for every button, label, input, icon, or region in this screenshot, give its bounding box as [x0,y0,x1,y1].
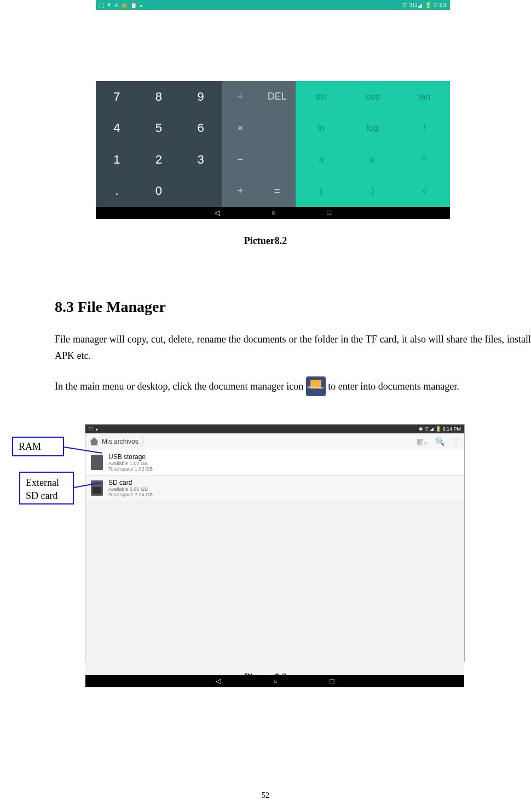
scikey-sin[interactable]: sin [296,81,347,113]
storage-list: USB storageAvailable 1.02 GBTotal space … [85,450,464,501]
scikey-([interactable]: ( [296,176,347,207]
storage-total: Total space 1.02 GB [108,466,153,472]
opkey-+[interactable]: + [222,176,259,207]
page-number: 52 [0,791,531,800]
section-heading: 8.3 File Manager [55,298,166,316]
scikey-ln[interactable]: ln [296,113,347,144]
opkey-=[interactable]: = [259,176,296,207]
calculator-screenshot: ⬚ ✝ ⚠ 🔒 📋 ⬥ ▽ 3G◢ 🔋 2:53 789456123.0 ÷DE… [96,0,450,219]
figure-caption-8-2: Pictuer8.2 [0,235,531,247]
scikey-√[interactable]: √ [399,176,450,207]
status-right-icons: ✱ ▽ ◢ 🔋 6:14 PM [419,426,461,432]
breadcrumb-root[interactable]: Mis archivos [102,438,138,445]
numkey-2[interactable]: 2 [138,144,180,176]
opkey-DEL[interactable]: DEL [259,81,296,113]
new-folder-icon[interactable]: ▦₊ [417,437,428,446]
opkey-−[interactable]: − [222,144,259,176]
paragraph-intro: File manager will copy, cut, delete, ren… [55,331,531,364]
file-manager-app-icon [306,376,326,396]
para2-part-b: to enter into documents manager. [328,381,459,392]
numkey-9[interactable]: 9 [180,81,222,113]
more-menu-icon[interactable]: ⋮ [452,437,460,446]
opkey-blank[interactable] [259,113,296,144]
para2-part-a: In the main menu or desktop, click the d… [55,381,306,392]
chevron-right-icon: 〉 [140,433,152,450]
numpad: 789456123.0 [96,81,222,207]
status-left-icons: ⬚ ✝ ⚠ 🔒 📋 ⬥ [99,2,143,8]
storage-title: USB storage [108,453,153,461]
numkey-3[interactable]: 3 [180,144,222,176]
operator-pad: ÷DEL×−+= [222,81,296,207]
nav-back-icon[interactable]: ◁ [215,208,220,217]
storage-item[interactable]: SD cardAvailable 6.66 GBTotal space 7.24… [85,475,464,501]
storage-item[interactable]: USB storageAvailable 1.02 GBTotal space … [85,450,464,475]
search-icon[interactable]: 🔍 [435,437,445,446]
numkey-1[interactable]: 1 [96,144,138,176]
numkey-.[interactable]: . [96,176,138,207]
numkey-blank[interactable] [180,176,222,207]
scikey-π[interactable]: π [296,144,347,176]
storage-title: SD card [108,479,153,486]
breadcrumb-bar: Mis archivos 〉 ▦₊ 🔍 ⋮ [85,433,464,450]
android-navbar: ◁ ○ □ [96,207,450,219]
numkey-0[interactable]: 0 [138,176,180,207]
status-left-icons: ⬚ ⬥ [89,426,98,432]
scikey-tan[interactable]: tan [399,81,450,113]
numkey-7[interactable]: 7 [96,81,138,113]
status-bar: ⬚ ⬥ ✱ ▽ ◢ 🔋 6:14 PM [85,425,464,433]
opkey-÷[interactable]: ÷ [222,81,259,113]
scikey-e[interactable]: e [347,144,399,176]
storage-available: Available 1.02 GB [108,461,153,466]
figure-caption-8-3: Picture8.3 [0,672,531,683]
empty-area [85,501,464,675]
nav-recent-icon[interactable]: □ [327,208,331,217]
numkey-5[interactable]: 5 [138,113,180,144]
home-icon[interactable] [90,437,100,446]
scikey-^[interactable]: ^ [399,144,450,176]
status-right-icons: ▽ 3G◢ 🔋 2:53 [402,2,447,8]
storage-available: Available 6.66 GB [108,486,153,492]
callout-ram: RAM [12,437,64,456]
scikey-![interactable]: ! [399,113,450,144]
numkey-6[interactable]: 6 [180,113,222,144]
paragraph-icon-instruction: In the main menu or desktop, click the d… [55,378,531,397]
status-bar: ⬚ ✝ ⚠ 🔒 📋 ⬥ ▽ 3G◢ 🔋 2:53 [96,0,450,10]
scikey-log[interactable]: log [347,113,399,144]
scikey-cos[interactable]: cos [347,81,399,113]
file-manager-screenshot: ⬚ ⬥ ✱ ▽ ◢ 🔋 6:14 PM Mis archivos 〉 ▦₊ 🔍 … [85,424,465,662]
nav-home-icon[interactable]: ○ [272,208,276,217]
numkey-8[interactable]: 8 [138,81,180,113]
usb-storage-icon [91,455,103,470]
scientific-pad: sincostanlnlog!πe^()√ [296,81,450,207]
callout-sd-card: External SD card [19,472,74,504]
calculator-keypad: 789456123.0 ÷DEL×−+= sincostanlnlog!πe^(… [96,81,450,207]
calculator-display[interactable] [96,10,450,81]
storage-total: Total space 7.24 GB [108,492,153,497]
opkey-×[interactable]: × [222,113,259,144]
opkey-blank[interactable] [259,144,296,176]
numkey-4[interactable]: 4 [96,113,138,144]
scikey-)[interactable]: ) [347,176,399,207]
